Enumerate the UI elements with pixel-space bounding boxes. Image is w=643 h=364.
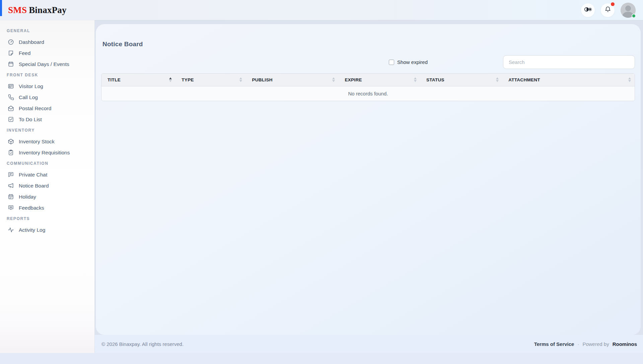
id-card-icon	[7, 83, 14, 90]
sidebar-item-label: Notice Board	[19, 183, 49, 189]
sidebar-section-communication: COMMUNICATION	[0, 158, 94, 169]
package-icon	[7, 138, 14, 145]
sort-icon	[239, 77, 242, 82]
dashboard-icon	[7, 39, 14, 46]
empty-row: No records found.	[101, 86, 635, 101]
main-area: Notice Board Show expired TITLETYPEPUBLI…	[95, 20, 643, 353]
app-shell: GENERALDashboardFeedSpecial Days / Event…	[0, 20, 643, 353]
copyright-text: © 2026 Binaxpay. All rights reserved.	[101, 341, 184, 347]
phone-icon	[7, 94, 14, 101]
show-expired-label: Show expired	[397, 59, 428, 65]
column-label: EXPIRE	[345, 77, 362, 82]
feedback-bubble-icon	[7, 205, 14, 211]
sidebar-nav: GENERALDashboardFeedSpecial Days / Event…	[0, 20, 95, 353]
sidebar-item-label: Dashboard	[19, 39, 44, 45]
column-header-title[interactable]: TITLE	[101, 74, 175, 86]
show-expired-toggle[interactable]: Show expired	[389, 59, 428, 65]
column-label: ATTACHMENT	[508, 77, 540, 82]
content-panel: Notice Board Show expired TITLETYPEPUBLI…	[96, 24, 641, 335]
accent-bar	[0, 0, 2, 16]
sidebar-item-label: Private Chat	[19, 172, 47, 178]
column-header-publish[interactable]: PUBLISH	[246, 74, 339, 86]
sidebar-item-notice-board[interactable]: Notice Board	[0, 180, 94, 191]
sort-icon	[169, 77, 172, 82]
powered-by-brand[interactable]: Roominos	[613, 341, 637, 347]
notice-table: TITLETYPEPUBLISHEXPIRESTATUSATTACHMENT N…	[101, 74, 635, 101]
calendar-icon	[7, 61, 14, 68]
page-title: Notice Board	[102, 41, 635, 48]
user-avatar[interactable]	[621, 3, 636, 18]
sidebar-item-label: Special Days / Events	[19, 61, 69, 67]
sidebar-item-inventory-stock[interactable]: Inventory Stock	[0, 136, 94, 147]
app-header: SMSBinaxPay	[0, 0, 643, 20]
sidebar-section-general: GENERAL	[0, 25, 94, 37]
notifications-bell-icon	[604, 6, 611, 14]
sidebar-item-private-chat[interactable]: Private Chat	[0, 169, 94, 180]
app-logo[interactable]: SMSBinaxPay	[8, 5, 67, 15]
empty-row-cell: No records found.	[101, 86, 635, 101]
sidebar-item-holiday[interactable]: Holiday	[0, 191, 94, 202]
sidebar-item-label: Feed	[19, 50, 30, 56]
envelope-open-icon	[7, 105, 14, 112]
megaphone-icon	[7, 183, 14, 189]
sidebar-item-label: Call Log	[19, 94, 38, 100]
sidebar-item-label: Inventory Requisitions	[19, 150, 70, 156]
column-label: TYPE	[182, 77, 194, 82]
footer-links: Terms of Service · Powered by Roominos	[534, 341, 637, 347]
table-controls: Show expired	[101, 55, 635, 69]
terms-of-service-link[interactable]: Terms of Service	[534, 341, 574, 347]
sidebar-item-label: Postal Record	[19, 105, 51, 112]
sidebar-item-special-days-events[interactable]: Special Days / Events	[0, 59, 94, 70]
sidebar-item-label: Holiday	[19, 194, 36, 200]
show-expired-checkbox[interactable]	[389, 60, 394, 65]
column-header-expire[interactable]: EXPIRE	[339, 74, 420, 86]
clipboard-icon	[7, 149, 14, 156]
sort-icon	[332, 77, 335, 82]
sidebar-item-visitor-log[interactable]: Visitor Log	[0, 81, 94, 92]
search-input[interactable]	[503, 55, 635, 69]
sort-icon	[414, 77, 417, 82]
sidebar-item-inventory-requisitions[interactable]: Inventory Requisitions	[0, 147, 94, 158]
table-header-row: TITLETYPEPUBLISHEXPIRESTATUSATTACHMENT	[101, 74, 635, 86]
notifications-button[interactable]	[601, 3, 615, 17]
calendar-days-icon	[7, 194, 14, 200]
sidebar-section-front-desk: FRONT DESK	[0, 70, 94, 81]
powered-by-label: Powered by	[582, 341, 609, 347]
sidebar-item-label: Activity Log	[19, 227, 45, 233]
check-square-icon	[7, 116, 14, 123]
sidebar-item-label: Inventory Stock	[19, 139, 55, 145]
feed-note-icon	[7, 50, 14, 57]
sort-icon	[496, 77, 499, 82]
sidebar-item-feed[interactable]: Feed	[0, 48, 94, 59]
notification-dot	[611, 2, 615, 6]
footer-separator: ·	[577, 341, 579, 347]
sidebar-section-inventory: INVENTORY	[0, 125, 94, 136]
sidebar-item-dashboard[interactable]: Dashboard	[0, 37, 94, 48]
sidebar-item-activity-log[interactable]: Activity Log	[0, 224, 94, 235]
notice-table-wrap: TITLETYPEPUBLISHEXPIRESTATUSATTACHMENT N…	[101, 73, 635, 101]
column-label: STATUS	[426, 77, 444, 82]
sidebar-item-label: To Do List	[19, 117, 42, 123]
bottom-strip	[0, 353, 643, 364]
column-header-type[interactable]: TYPE	[175, 74, 246, 86]
sidebar-item-label: Feedbacks	[19, 205, 44, 211]
sidebar-section-reports: REPORTS	[0, 213, 94, 224]
sidebar-item-label: Visitor Log	[19, 83, 43, 89]
column-header-attachment[interactable]: ATTACHMENT	[502, 74, 635, 86]
header-actions	[581, 3, 636, 18]
page-footer: © 2026 Binaxpay. All rights reserved. Te…	[95, 335, 643, 353]
sidebar-item-call-log[interactable]: Call Log	[0, 92, 94, 103]
theme-toggle-icon	[584, 6, 592, 14]
online-status-dot	[632, 14, 636, 18]
chat-square-icon	[7, 171, 14, 178]
logo-prefix: SMS	[8, 5, 27, 15]
column-header-status[interactable]: STATUS	[420, 74, 502, 86]
theme-toggle-button[interactable]	[581, 3, 595, 17]
sidebar-item-feedbacks[interactable]: Feedbacks	[0, 202, 94, 213]
activity-icon	[7, 227, 14, 233]
sidebar-item-to-do-list[interactable]: To Do List	[0, 114, 94, 125]
logo-name: BinaxPay	[29, 5, 67, 15]
sidebar-item-postal-record[interactable]: Postal Record	[0, 103, 94, 114]
column-label: TITLE	[108, 77, 121, 82]
column-label: PUBLISH	[252, 77, 272, 82]
